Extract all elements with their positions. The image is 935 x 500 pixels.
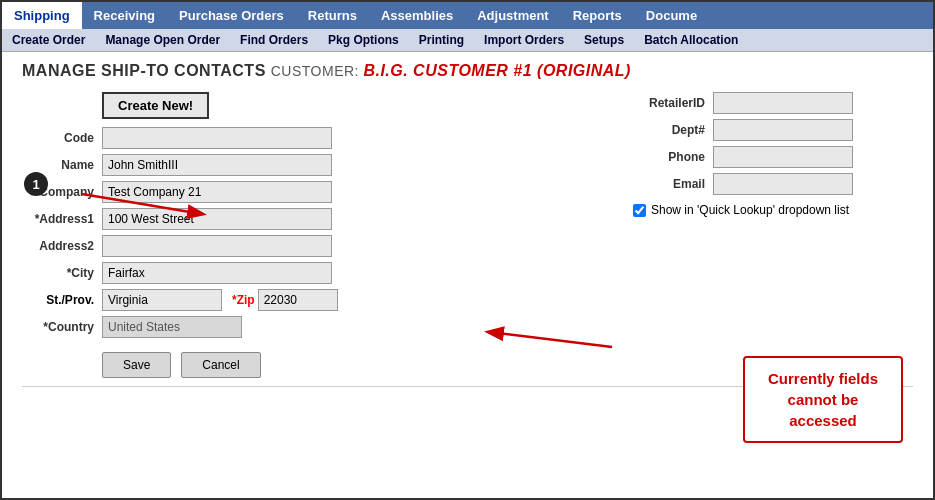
subnav-create-order[interactable]: Create Order <box>2 29 95 51</box>
nav-receiving[interactable]: Receiving <box>82 2 167 29</box>
subnav-batch-allocation[interactable]: Batch Allocation <box>634 29 748 51</box>
quick-lookup-checkbox[interactable] <box>633 204 646 217</box>
company-row: *Company <box>22 181 603 203</box>
annotation-text: Currently fields cannot be accessed <box>768 370 878 429</box>
email-input[interactable] <box>713 173 853 195</box>
company-input[interactable] <box>102 181 332 203</box>
nav-purchase-orders[interactable]: Purchase Orders <box>167 2 296 29</box>
code-input[interactable] <box>102 127 332 149</box>
zip-input[interactable] <box>258 289 338 311</box>
nav-shipping[interactable]: Shipping <box>2 2 82 29</box>
email-row: Email <box>633 173 913 195</box>
stprov-input[interactable] <box>102 289 222 311</box>
quick-lookup-row: Show in 'Quick Lookup' dropdown list <box>633 203 913 217</box>
dept-label: Dept# <box>633 123 713 137</box>
phone-row: Phone <box>633 146 913 168</box>
name-row: Name <box>22 154 603 176</box>
name-label: Name <box>22 158 102 172</box>
customer-name: B.I.G. Customer #1 (original) <box>363 62 631 79</box>
nav-reports[interactable]: Reports <box>561 2 634 29</box>
subnav-pkg-options[interactable]: Pkg Options <box>318 29 409 51</box>
retailerid-input[interactable] <box>713 92 853 114</box>
subnav-setups[interactable]: Setups <box>574 29 634 51</box>
name-input[interactable] <box>102 154 332 176</box>
city-input[interactable] <box>102 262 332 284</box>
country-label: *Country <box>22 320 102 334</box>
address2-input[interactable] <box>102 235 332 257</box>
nav-returns[interactable]: Returns <box>296 2 369 29</box>
city-label: *City <box>22 266 102 280</box>
subnav-find-orders[interactable]: Find Orders <box>230 29 318 51</box>
city-row: *City <box>22 262 603 284</box>
retailerid-label: RetailerID <box>633 96 713 110</box>
country-row: *Country <box>22 316 603 338</box>
email-label: Email <box>633 177 713 191</box>
retailerid-row: RetailerID <box>633 92 913 114</box>
address2-row: Address2 <box>22 235 603 257</box>
nav-adjustment[interactable]: Adjustment <box>465 2 561 29</box>
annotation-box: Currently fields cannot be accessed <box>743 356 903 443</box>
form-area: Create New! Code Name *Company <box>22 92 913 378</box>
code-row: Code <box>22 127 603 149</box>
page-title: Manage Ship-To Contacts Customer: B.I.G.… <box>22 62 913 80</box>
subnav-import-orders[interactable]: Import Orders <box>474 29 574 51</box>
code-label: Code <box>22 131 102 145</box>
nav-assemblies[interactable]: Assemblies <box>369 2 465 29</box>
address1-label: *Address1 <box>22 212 102 226</box>
nav-docume[interactable]: Docume <box>634 2 709 29</box>
stzip-row: St./Prov. *Zip <box>22 289 603 311</box>
form-buttons: Save Cancel <box>102 352 603 378</box>
save-button[interactable]: Save <box>102 352 171 378</box>
cancel-button[interactable]: Cancel <box>181 352 260 378</box>
top-navigation: Shipping Receiving Purchase Orders Retur… <box>2 2 933 29</box>
subnav-manage-open-order[interactable]: Manage Open Order <box>95 29 230 51</box>
page-content: 1 Manage Ship-To Contacts Customer: B.I.… <box>2 52 933 498</box>
quick-lookup-label: Show in 'Quick Lookup' dropdown list <box>651 203 849 217</box>
customer-label: Customer: <box>271 63 364 79</box>
dept-input[interactable] <box>713 119 853 141</box>
create-new-button[interactable]: Create New! <box>102 92 209 119</box>
subnav-printing[interactable]: Printing <box>409 29 474 51</box>
address1-input[interactable] <box>102 208 332 230</box>
step-1-badge: 1 <box>24 172 48 196</box>
page-title-text: Manage Ship-To Contacts <box>22 62 266 79</box>
stprov-label: St./Prov. <box>22 293 102 307</box>
form-right: RetailerID Dept# Phone Email <box>633 92 913 378</box>
country-input[interactable] <box>102 316 242 338</box>
phone-label: Phone <box>633 150 713 164</box>
phone-input[interactable] <box>713 146 853 168</box>
main-container: Shipping Receiving Purchase Orders Retur… <box>0 0 935 500</box>
dept-row: Dept# <box>633 119 913 141</box>
zip-label: *Zip <box>232 293 255 307</box>
sub-navigation: Create Order Manage Open Order Find Orde… <box>2 29 933 52</box>
address1-row: *Address1 <box>22 208 603 230</box>
address2-label: Address2 <box>22 239 102 253</box>
form-left: Create New! Code Name *Company <box>22 92 603 378</box>
